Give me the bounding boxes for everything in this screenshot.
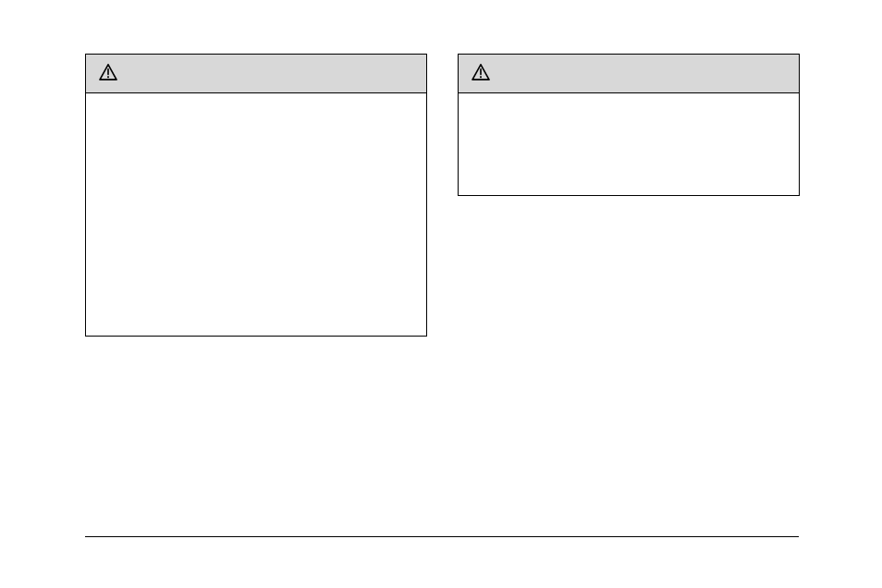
page-container [0, 0, 882, 588]
svg-point-1 [107, 76, 109, 78]
warning-triangle-icon [99, 64, 117, 84]
footer-divider [85, 536, 799, 537]
svg-point-3 [480, 76, 482, 78]
warning-triangle-icon [472, 64, 490, 84]
warning-box-left-header [86, 55, 426, 93]
warning-box-right-header [459, 55, 799, 93]
warning-box-right [458, 54, 800, 196]
warning-box-left [85, 54, 427, 337]
